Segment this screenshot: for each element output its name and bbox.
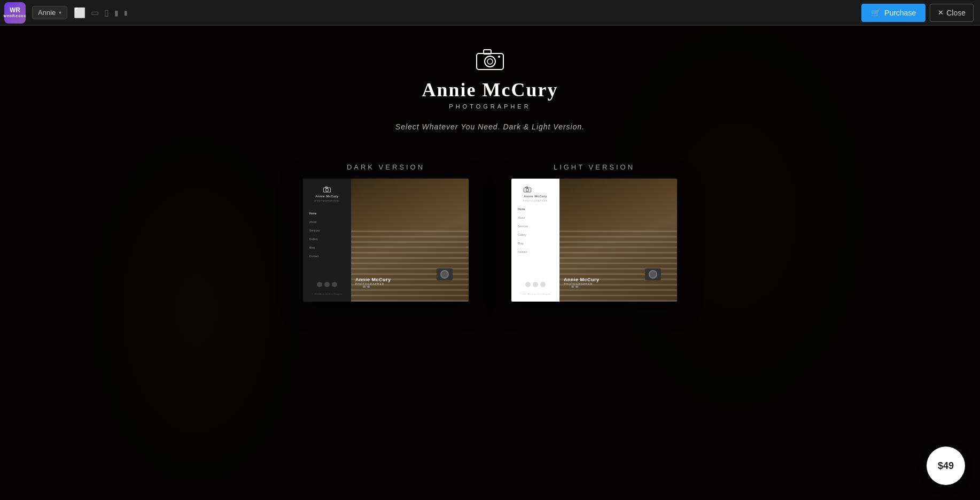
logo-web: webRedox (4, 14, 27, 18)
light-nav-services[interactable]: Services (516, 224, 555, 229)
light-nav-contact[interactable]: Contact (516, 249, 555, 255)
dark-overlay-sub: PHOTOGRAPHER (355, 282, 391, 286)
topbar-left: WR webRedox Annie ▾ ⬜ ▭ ▯ ▮ ▮ (0, 2, 128, 24)
purchase-button-label: Purchase (884, 9, 916, 17)
light-camera-prop (645, 268, 661, 280)
light-version-card[interactable]: Annie McCuryPHOTOGRAPHER Home About Serv… (511, 179, 677, 302)
light-nav-gallery[interactable]: Gallery (516, 232, 555, 237)
dark-copyright: © 2024 Annie by Guru Designer (312, 293, 343, 295)
dark-overlay-name: Annie McCury (355, 277, 391, 282)
dark-social-row (317, 278, 337, 287)
dark-version-col: DARK VERSION Annie McCuryPHOTOGRAPHER (303, 163, 469, 302)
dark-photo-overlay: Annie McCury PHOTOGRAPHER (355, 277, 391, 286)
light-overlay-name: Annie McCury (564, 277, 600, 282)
svg-point-1 (485, 56, 495, 67)
webRedox-logo: WR webRedox (4, 2, 26, 24)
dark-sidebar: Annie McCuryPHOTOGRAPHER Home About Serv… (303, 179, 351, 302)
cart-icon: 🛒 (871, 8, 881, 18)
topbar-right: 🛒 Purchase ✕ Close (861, 4, 980, 22)
svg-point-9 (526, 189, 528, 191)
light-overlay-sub: PHOTOGRAPHER (564, 282, 600, 286)
theme-selector[interactable]: Annie ▾ (32, 6, 67, 19)
hero-content: Annie McCury PHOTOGRAPHER Select Whateve… (0, 26, 980, 302)
svg-rect-7 (325, 187, 328, 188)
camera-logo-icon (395, 47, 585, 73)
dark-nav-about[interactable]: About (307, 219, 347, 225)
light-social-row (525, 278, 546, 287)
dark-main-photo: 👓 Annie McCury PHOTOGRAPHER (351, 179, 469, 302)
price-label: $49 (938, 460, 954, 472)
dark-nav-contact[interactable]: Contact (307, 253, 347, 259)
tablet-portrait-icon[interactable]: ▯ (104, 7, 109, 18)
device-icon-group: ⬜ ▭ ▯ ▮ ▮ (74, 7, 128, 19)
close-icon: ✕ (938, 9, 944, 17)
site-subtitle: Select Whatever You Need. Dark & Light V… (395, 122, 585, 131)
close-button-label: Close (946, 9, 966, 17)
light-photo-overlay: Annie McCury PHOTOGRAPHER (564, 277, 600, 286)
dark-nav-home[interactable]: Home (307, 211, 347, 216)
logo-wr: WR (10, 7, 20, 14)
light-sidebar: Annie McCuryPHOTOGRAPHER Home About Serv… (511, 179, 559, 302)
svg-point-6 (325, 189, 328, 191)
dark-twitter-icon (324, 282, 330, 287)
close-button[interactable]: ✕ Close (930, 4, 974, 22)
light-sidebar-logo: Annie McCuryPHOTOGRAPHER (523, 185, 548, 203)
light-copyright: © 2024 Annie by Guru Designer (520, 293, 551, 295)
theme-selector-label: Annie (38, 9, 56, 17)
site-tagline: PHOTOGRAPHER (395, 103, 585, 110)
light-twitter-icon (533, 282, 538, 287)
mobile-large-icon[interactable]: ▮ (114, 9, 119, 17)
desktop-icon[interactable]: ⬜ (74, 7, 85, 19)
svg-rect-10 (526, 187, 528, 188)
svg-point-4 (498, 56, 500, 58)
main-preview: Annie McCury PHOTOGRAPHER Select Whateve… (0, 26, 980, 500)
dark-nav-blog[interactable]: Blog (307, 245, 347, 250)
tablet-landscape-icon[interactable]: ▭ (91, 7, 99, 18)
dark-nav-services[interactable]: Services (307, 228, 347, 233)
site-logo-area: Annie McCury PHOTOGRAPHER Select Whateve… (395, 47, 585, 131)
price-badge[interactable]: $49 (927, 447, 965, 485)
light-facebook-icon (525, 282, 531, 287)
purchase-button[interactable]: 🛒 Purchase (861, 4, 925, 22)
dark-google-icon (332, 282, 337, 287)
dark-version-label: DARK VERSION (347, 163, 425, 171)
dark-nav-gallery[interactable]: Gallery (307, 236, 347, 242)
light-google-icon (540, 282, 546, 287)
site-name: Annie McCury (395, 79, 585, 101)
light-main-photo: 👓 Annie McCury PHOTOGRAPHER (559, 179, 677, 302)
dark-version-card[interactable]: Annie McCuryPHOTOGRAPHER Home About Serv… (303, 179, 469, 302)
dark-sidebar-logo: Annie McCuryPHOTOGRAPHER (315, 185, 339, 203)
light-sidebar-name: Annie McCuryPHOTOGRAPHER (523, 195, 548, 203)
light-nav-home[interactable]: Home (516, 206, 555, 212)
topbar: WR webRedox Annie ▾ ⬜ ▭ ▯ ▮ ▮ 🛒 Purchase… (0, 0, 980, 26)
light-nav-blog[interactable]: Blog (516, 241, 555, 246)
dark-facebook-icon (317, 282, 322, 287)
version-row: DARK VERSION Annie McCuryPHOTOGRAPHER (250, 163, 730, 302)
light-version-col: LIGHT VERSION Annie McCuryPHOTOGRAPHER (511, 163, 677, 302)
light-nav-about[interactable]: About (516, 215, 555, 220)
mobile-small-icon[interactable]: ▮ (124, 9, 128, 17)
light-version-label: LIGHT VERSION (554, 163, 635, 171)
dark-camera-prop (437, 268, 453, 280)
svg-point-2 (487, 59, 493, 64)
chevron-down-icon: ▾ (59, 10, 61, 16)
dark-sidebar-name: Annie McCuryPHOTOGRAPHER (315, 195, 339, 203)
